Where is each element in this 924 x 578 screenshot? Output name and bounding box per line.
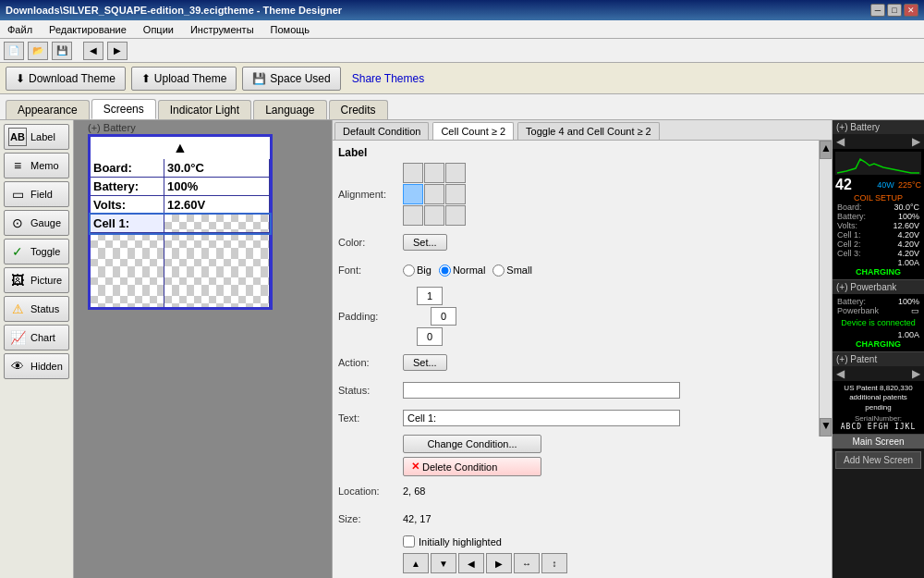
share-themes-link[interactable]: Share Themes: [352, 72, 425, 85]
scroll-up-btn[interactable]: ▲: [820, 141, 832, 159]
change-condition-button[interactable]: Change Condition...: [403, 435, 541, 453]
tab-language[interactable]: Language: [253, 100, 326, 119]
font-row: Font: Big Normal Small: [338, 259, 826, 281]
align-mc[interactable]: [424, 184, 444, 204]
align-bl[interactable]: [403, 205, 423, 226]
padding-row: Padding:: [338, 287, 826, 346]
size-btn-widen[interactable]: ↔: [514, 553, 540, 573]
prop-tab-toggle4[interactable]: Toggle 4 and Cell Count ≥ 2: [517, 122, 660, 140]
padding-top-input[interactable]: [417, 287, 443, 305]
add-new-screen-button[interactable]: Add New Screen: [835, 451, 921, 469]
preview-patent-label: (+) Patent: [836, 354, 877, 364]
volts-label: Volts:: [91, 196, 164, 214]
screen-row-cell1[interactable]: Cell 1:: [91, 215, 270, 233]
padding-right-input[interactable]: [431, 307, 456, 326]
font-normal-radio[interactable]: [439, 264, 451, 277]
sidebar-memo-btn[interactable]: ≡ Memo: [4, 153, 69, 178]
align-tc[interactable]: [424, 163, 444, 183]
canvas-area[interactable]: (+) Battery ▲ Board: 30.0°C Battery: 100…: [74, 120, 333, 578]
cell1-value: [164, 215, 270, 232]
preview-patent-section: (+) Patent ◀ ▶ US Patent 8,820,330 addit…: [833, 352, 924, 435]
font-label: Font:: [338, 264, 403, 276]
screen-canvas[interactable]: ▲ Board: 30.0°C Battery: 100% Volts: 12.…: [88, 134, 273, 310]
menu-file[interactable]: Файл: [4, 23, 36, 36]
align-bc[interactable]: [424, 205, 444, 226]
menu-tools[interactable]: Инструменты: [187, 23, 258, 36]
size-btn-heighten[interactable]: ↕: [541, 553, 567, 573]
font-normal-label[interactable]: Normal: [439, 264, 485, 277]
font-big-label[interactable]: Big: [403, 264, 432, 277]
space-used-button[interactable]: 💾 Space Used: [242, 67, 340, 91]
size-btn-left[interactable]: ◀: [458, 553, 484, 573]
minimize-button[interactable]: ─: [870, 4, 885, 17]
space-icon: 💾: [252, 72, 266, 85]
text-input[interactable]: [403, 410, 680, 426]
align-tr[interactable]: [445, 163, 466, 183]
align-tl[interactable]: [403, 163, 423, 183]
main-screen-bar[interactable]: Main Screen: [833, 435, 924, 449]
delete-condition-button[interactable]: ✕ Delete Condition: [403, 457, 541, 476]
toolbar-save-btn[interactable]: 💾: [52, 42, 72, 60]
toolbar-open-btn[interactable]: 📂: [28, 42, 48, 60]
patent-nav-left[interactable]: ◀: [836, 367, 845, 380]
size-btn-down[interactable]: ▼: [431, 553, 456, 573]
battery-value: 100%: [164, 178, 270, 195]
align-br[interactable]: [445, 205, 466, 226]
font-big-radio[interactable]: [403, 264, 415, 277]
condition-buttons: Change Condition... ✕ Delete Condition: [403, 435, 826, 476]
sidebar-field-btn[interactable]: ▭ Field: [4, 181, 69, 207]
battery-nav-left[interactable]: ◀: [836, 135, 845, 148]
toggle-icon: ✓: [8, 242, 27, 261]
tab-indicator-light[interactable]: Indicator Light: [158, 100, 251, 119]
sidebar-label-btn[interactable]: AB Label: [4, 124, 69, 150]
menu-help[interactable]: Помощь: [267, 23, 314, 36]
battery-nav-right[interactable]: ▶: [912, 135, 920, 148]
empty-key-3: [91, 270, 164, 289]
padding-bottom-input[interactable]: [417, 327, 443, 346]
canvas-label: (+) Battery: [88, 122, 136, 133]
initially-highlighted-checkbox[interactable]: [403, 535, 415, 547]
status-input[interactable]: [403, 382, 680, 399]
waveform-svg: [837, 154, 919, 175]
picture-icon: 🖼: [8, 271, 27, 289]
volts-value: 12.60V: [164, 196, 270, 214]
action-set-button[interactable]: Set...: [403, 354, 447, 371]
color-set-button[interactable]: Set...: [403, 234, 447, 251]
battery-big-val: 42: [835, 177, 852, 193]
size-btn-right[interactable]: ▶: [486, 553, 512, 573]
sidebar-hidden-btn[interactable]: 👁 Hidden: [4, 353, 69, 379]
menu-edit[interactable]: Редактирование: [45, 23, 130, 36]
prop-tab-default[interactable]: Default Condition: [334, 122, 429, 140]
toolbar-new-btn[interactable]: 📄: [4, 42, 24, 60]
font-small-radio[interactable]: [492, 264, 505, 277]
left-sidebar: AB Label ≡ Memo ▭ Field ⊙ Gauge ✓ Toggle…: [0, 120, 74, 578]
tab-appearance[interactable]: Appearance: [6, 100, 90, 119]
download-theme-button[interactable]: ⬇ Download Theme: [6, 67, 126, 91]
title-text: Downloads\SILVER_SQUAPE-edition_39.ecigt…: [6, 5, 342, 16]
patent-text: US Patent 8,820,330 additional patents p…: [835, 384, 921, 412]
close-button[interactable]: ✕: [904, 4, 918, 17]
upload-theme-button[interactable]: ⬆ Upload Theme: [131, 67, 237, 91]
preview-patent-nav: ◀ ▶: [833, 366, 924, 381]
sidebar-status-btn[interactable]: ⚠ Status: [4, 296, 69, 322]
align-ml[interactable]: [403, 184, 423, 204]
sidebar-toggle-btn[interactable]: ✓ Toggle: [4, 239, 69, 264]
toolbar-back-btn[interactable]: ◀: [83, 42, 103, 60]
sidebar-picture-btn[interactable]: 🖼 Picture: [4, 267, 69, 293]
scrollbar[interactable]: ▲ ▼: [819, 141, 832, 437]
sidebar-gauge-btn[interactable]: ⊙ Gauge: [4, 210, 69, 236]
prop-tab-cell-count[interactable]: Cell Count ≥ 2: [432, 122, 514, 140]
tab-screens[interactable]: Screens: [91, 99, 156, 119]
preview-patent-header: (+) Patent: [833, 352, 924, 366]
menu-options[interactable]: Опции: [140, 23, 177, 36]
scroll-down-btn[interactable]: ▼: [820, 418, 832, 437]
screen-row-empty3: [91, 270, 270, 289]
font-small-label[interactable]: Small: [492, 264, 532, 277]
align-mr[interactable]: [445, 184, 466, 204]
sidebar-chart-btn[interactable]: 📈 Chart: [4, 325, 69, 350]
maximize-button[interactable]: □: [887, 4, 902, 17]
tab-credits[interactable]: Credits: [329, 100, 388, 119]
toolbar-forward-btn[interactable]: ▶: [107, 42, 128, 60]
patent-nav-right[interactable]: ▶: [912, 367, 920, 380]
size-btn-up[interactable]: ▲: [403, 553, 429, 573]
